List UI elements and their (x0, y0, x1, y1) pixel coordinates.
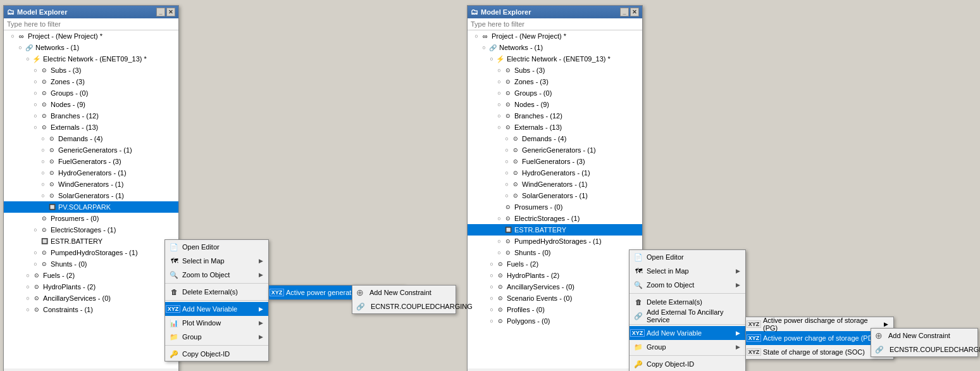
menu-select-map-1[interactable]: 🗺 Select in Map ▶ (165, 254, 268, 268)
expand-pumped-2[interactable]: ○ (495, 237, 503, 245)
tree-item-networks-2[interactable]: ○ 🔗 Networks - (1) (468, 42, 642, 53)
subsub-add-constraint-1[interactable]: ⊕ Add New Constraint (352, 286, 456, 299)
tree-item-enet-2[interactable]: ○ ⚡ Electric Network - (ENET09_13) * (468, 53, 642, 65)
minimize-btn-1[interactable]: _ (156, 8, 165, 16)
menu-copy-id-2[interactable]: 🔑 Copy Object-ID (630, 357, 745, 371)
tree-item-zones-1[interactable]: ○ ⊙ Zones - (3) (4, 76, 178, 87)
tree-item-zones-2[interactable]: ○ ⊙ Zones - (3) (468, 76, 642, 87)
subsub-add-constraint-2[interactable]: ⊕ Add New Constraint (871, 329, 977, 343)
expand-project-1[interactable]: ○ (9, 32, 16, 40)
expand-solargen-2[interactable]: ○ (503, 192, 511, 199)
tree-item-polygons-2[interactable]: ○ ⊙ Polygons - (0) (468, 315, 642, 327)
expand-shunts-1[interactable]: ○ (32, 260, 39, 268)
expand-scenario-2[interactable]: ○ (488, 294, 495, 302)
expand-enet-1[interactable]: ○ (24, 55, 32, 63)
tree-item-estr-1[interactable]: 🔲 ESTR.BATTERY (4, 236, 178, 247)
tree-item-groups-2[interactable]: ○ ⊙ Groups - (0) (468, 87, 642, 99)
menu-delete-1[interactable]: 🗑 Delete External(s) (165, 285, 268, 299)
tree-item-hydroplants-1[interactable]: ○ ⊙ HydroPlants - (2) (4, 281, 178, 292)
tree-item-ancillary-2[interactable]: ○ ⊙ AncillaryServices - (0) (468, 281, 642, 292)
tree-item-subs-1[interactable]: ○ ⊙ Subs - (3) (4, 65, 178, 76)
tree-item-project-1[interactable]: ○ ∞ Project - (New Project) * (4, 30, 178, 42)
tree-item-hydrogen-2[interactable]: ○ ⊙ HydroGenerators - (1) (468, 167, 642, 179)
tree-item-project-2[interactable]: ○ ∞ Project - (New Project) * (468, 30, 642, 42)
expand-elecstores-2[interactable]: ○ (495, 215, 503, 222)
close-btn-2[interactable]: ✕ (630, 8, 639, 16)
expand-branches-1[interactable]: ○ (32, 112, 39, 120)
expand-windgen-2[interactable]: ○ (503, 180, 511, 188)
tree-container-1[interactable]: ○ ∞ Project - (New Project) * ○ 🔗 Networ… (4, 30, 178, 368)
filter-input-1[interactable] (7, 20, 175, 28)
tree-item-solargen-2[interactable]: ○ ⊙ SolarGenerators - (1) (468, 190, 642, 201)
tree-item-shunts-2[interactable]: ○ ⊙ Shunts - (0) (468, 247, 642, 258)
tree-item-externals-1[interactable]: ○ ⊙ Externals - (13) (4, 122, 178, 133)
tree-item-networks-1[interactable]: ○ 🔗 Networks - (1) (4, 42, 178, 53)
expand-groups-1[interactable]: ○ (32, 89, 39, 97)
tree-item-pumped-2[interactable]: ○ ⊙ PumpedHydroStorages - (1) (468, 236, 642, 247)
tree-item-constraints-1[interactable]: ○ ⊙ Constraints - (1) (4, 304, 178, 315)
tree-item-profiles-2[interactable]: ○ ⊙ Profiles - (0) (468, 304, 642, 315)
expand-solargen-1[interactable]: ○ (39, 192, 47, 199)
expand-windgen-1[interactable]: ○ (39, 180, 47, 188)
expand-hydrogen-2[interactable]: ○ (503, 169, 511, 177)
expand-externals-2[interactable]: ○ (495, 123, 503, 131)
expand-hydroplants-2[interactable]: ○ (488, 272, 495, 279)
tree-item-generic-2[interactable]: ○ ⊙ GenericGenerators - (1) (468, 144, 642, 156)
tree-item-prosumers-2[interactable]: ⊙ Prosumers - (0) (468, 201, 642, 213)
tree-item-hydrogen-1[interactable]: ○ ⊙ HydroGenerators - (1) (4, 167, 178, 179)
menu-add-external-2[interactable]: 🔗 Add External To Ancillary Service (630, 309, 745, 323)
menu-add-variable-1[interactable]: XYZ Add New Variable ▶ (165, 302, 268, 316)
subsub-ecnstr-2[interactable]: 🔗 ECNSTR.COUPLEDCHARGING (871, 343, 977, 356)
tree-item-enet-1[interactable]: ○ ⚡ Electric Network - (ENET09_13) * (4, 53, 178, 65)
tree-item-prosumers-1[interactable]: ⊙ Prosumers - (0) (4, 213, 178, 224)
expand-demands-2[interactable]: ○ (503, 135, 511, 142)
tree-item-elecstores-2[interactable]: ○ ⊙ ElectricStorages - (1) (468, 213, 642, 224)
menu-zoom-2[interactable]: 🔍 Zoom to Object ▶ (630, 278, 745, 292)
expand-branches-2[interactable]: ○ (495, 112, 503, 120)
tree-item-demands-1[interactable]: ○ ⊙ Demands - (4) (4, 133, 178, 144)
menu-plot-1[interactable]: 📊 Plot Window ▶ (165, 316, 268, 330)
menu-group-1[interactable]: 📁 Group ▶ (165, 330, 268, 344)
expand-ancillary-1[interactable]: ○ (24, 294, 32, 302)
tree-item-nodes-1[interactable]: ○ ⊙ Nodes - (9) (4, 99, 178, 110)
expand-hydroplants-1[interactable]: ○ (24, 283, 32, 291)
tree-item-shunts-1[interactable]: ○ ⊙ Shunts - (0) (4, 258, 178, 270)
tree-item-branches-1[interactable]: ○ ⊙ Branches - (12) (4, 110, 178, 122)
subsub-ecnstr-1[interactable]: 🔗 ECNSTR.COUPLEDCHARGING (352, 299, 456, 313)
expand-elecstores-1[interactable]: ○ (32, 226, 39, 234)
menu-add-variable-2[interactable]: XYZ Add New Variable ▶ (630, 326, 745, 340)
menu-group-2[interactable]: 📁 Group ▶ (630, 340, 745, 354)
expand-constraints-1[interactable]: ○ (24, 306, 32, 313)
expand-networks-1[interactable]: ○ (16, 44, 24, 51)
expand-polygons-2[interactable]: ○ (488, 317, 495, 325)
expand-nodes-1[interactable]: ○ (32, 101, 39, 108)
menu-select-map-2[interactable]: 🗺 Select in Map ▶ (630, 264, 745, 278)
tree-item-branches-2[interactable]: ○ ⊙ Branches - (12) (468, 110, 642, 122)
expand-project-2[interactable]: ○ (473, 32, 480, 40)
expand-zones-1[interactable]: ○ (32, 78, 39, 85)
expand-groups-2[interactable]: ○ (495, 89, 503, 97)
expand-enet-2[interactable]: ○ (488, 55, 495, 63)
expand-pumped-1[interactable]: ○ (32, 249, 39, 256)
tree-item-solargen-1[interactable]: ○ ⊙ SolarGenerators - (1) (4, 190, 178, 201)
menu-open-editor-2[interactable]: 📄 Open Editor (630, 250, 745, 264)
tree-item-hydroplants-2[interactable]: ○ ⊙ HydroPlants - (2) (468, 270, 642, 281)
tree-item-demands-2[interactable]: ○ ⊙ Demands - (4) (468, 133, 642, 144)
expand-fuelgen-1[interactable]: ○ (39, 158, 47, 165)
expand-subs-1[interactable]: ○ (32, 66, 39, 74)
tree-item-fuelgen-2[interactable]: ○ ⊙ FuelGenerators - (3) (468, 156, 642, 167)
tree-item-subs-2[interactable]: ○ ⊙ Subs - (3) (468, 65, 642, 76)
tree-container-2[interactable]: ○ ∞ Project - (New Project) * ○ 🔗 Networ… (468, 30, 642, 368)
tree-item-fuels-2[interactable]: ○ ⊙ Fuels - (2) (468, 258, 642, 270)
tree-item-ancillary-1[interactable]: ○ ⊙ AncillaryServices - (0) (4, 292, 178, 304)
expand-generic-1[interactable]: ○ (39, 146, 47, 154)
expand-fuelgen-2[interactable]: ○ (503, 158, 511, 165)
tree-item-pv-1[interactable]: 🔲 PV.SOLARPARK (4, 201, 178, 213)
tree-item-elecstores-1[interactable]: ○ ⊙ ElectricStorages - (1) (4, 224, 178, 236)
expand-externals-1[interactable]: ○ (32, 123, 39, 131)
expand-shunts-2[interactable]: ○ (495, 249, 503, 256)
menu-delete-2[interactable]: 🗑 Delete External(s) (630, 295, 745, 309)
expand-profiles-2[interactable]: ○ (488, 306, 495, 313)
tree-item-groups-1[interactable]: ○ ⊙ Groups - (0) (4, 87, 178, 99)
menu-open-editor-1[interactable]: 📄 Open Editor (165, 240, 268, 254)
